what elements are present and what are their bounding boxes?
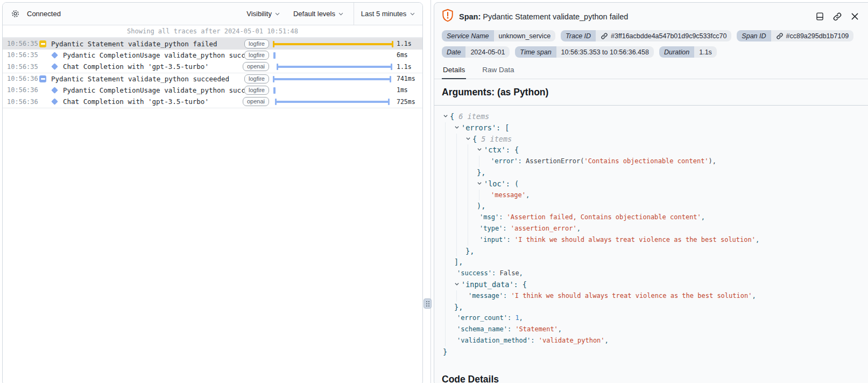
code-key: 'error_count'	[457, 314, 507, 322]
chevron-down-icon	[274, 11, 280, 17]
trace-row[interactable]: 10:56:35Pydantic Statement validate_pyth…	[3, 38, 422, 50]
trace-timestamp: 10:56:35	[7, 51, 37, 59]
indent-guide	[445, 312, 446, 324]
code-key: :	[503, 292, 511, 300]
collapse-toggle-icon[interactable]	[39, 40, 46, 47]
tab-details[interactable]: Details	[442, 62, 466, 79]
indent-guide	[445, 290, 446, 302]
collapse-chevron-icon[interactable]	[477, 144, 484, 156]
scope-tag: logfire	[244, 39, 269, 48]
collapse-chevron-icon[interactable]	[454, 279, 461, 290]
toggle-panel-icon[interactable]	[815, 12, 824, 21]
traces-status-line: Showing all traces after 2024-05-01 10:5…	[3, 25, 422, 38]
code-key: ),	[477, 201, 485, 210]
code-line: 'msg': 'Assertion failed, Contains objec…	[434, 212, 868, 223]
trace-duration: 1.1s	[397, 63, 422, 71]
close-icon[interactable]	[850, 12, 859, 21]
span-diamond-icon	[51, 87, 58, 94]
code-line: 'message': 'I think we should always tre…	[434, 290, 868, 302]
code-line: 'schema_name': 'Statement',	[434, 324, 868, 335]
indent-guide	[456, 290, 457, 302]
trace-list: 10:56:35Pydantic Statement validate_pyth…	[3, 38, 422, 108]
trace-title: Pydantic CompletionUsage validate_python…	[63, 86, 244, 94]
link-icon	[776, 32, 784, 40]
code-key: },	[465, 247, 474, 255]
collapse-chevron-icon[interactable]	[477, 178, 484, 190]
arguments-code-tree: { 6 items'errors': [{ 5 items'ctx': {'er…	[434, 105, 868, 364]
code-key: }	[443, 347, 447, 356]
code-key: ,	[519, 269, 523, 277]
trace-duration: 1.1s	[397, 40, 422, 47]
meta-badge: Trace ID#3ff16acbdde4a547b01d9c9c533fcc7…	[561, 30, 731, 41]
meta-badge-label: Trace ID	[561, 30, 596, 41]
code-key: :	[503, 225, 510, 232]
meta-badge-value: 10:56:35.353 to 10:56:36.458	[556, 46, 654, 58]
code-key: },	[477, 168, 485, 177]
trace-list-panel: Connected Visibility Default levels Last…	[2, 2, 423, 383]
span-detail-panel: Span: Pydantic Statement validate_python…	[434, 2, 868, 383]
tab-raw-data[interactable]: Raw Data	[481, 62, 515, 79]
duration-bar	[273, 87, 276, 94]
indent-guide	[445, 178, 446, 190]
code-string: 'message'	[491, 191, 526, 199]
code-line: ],	[434, 256, 868, 268]
trace-title: Chat Completion with 'gpt-3.5-turbo'	[63, 98, 243, 106]
indent-guide	[445, 134, 446, 145]
code-key: :	[492, 269, 499, 277]
indent-guide	[468, 167, 468, 178]
trace-row[interactable]: 10:56:36Pydantic Statement validate_pyth…	[3, 73, 422, 85]
indent-guide	[445, 190, 446, 201]
trace-timestamp: 10:56:36	[7, 75, 37, 82]
span-diamond-icon	[51, 63, 58, 70]
time-range-dropdown[interactable]: Last 5 minutes	[354, 3, 422, 25]
indent-guide	[445, 268, 446, 279]
panel-resize-handle[interactable]	[424, 298, 432, 309]
indent-guide	[445, 212, 446, 223]
panel-divider[interactable]	[431, 0, 431, 383]
indent-guide	[456, 223, 457, 234]
collapse-chevron-icon[interactable]	[454, 122, 461, 134]
trace-row[interactable]: 10:56:35Pydantic CompletionUsage validat…	[3, 50, 422, 61]
code-key: 'ctx'	[484, 145, 506, 154]
indent-guide	[468, 223, 468, 234]
trace-toolbar: Connected Visibility Default levels Last…	[3, 3, 422, 25]
code-key: ],	[454, 257, 463, 266]
meta-badge: Service Nameunknown_service	[442, 30, 555, 41]
code-key: :	[518, 157, 526, 165]
indent-guide	[445, 246, 446, 257]
code-string: 'validate_python'	[539, 337, 605, 344]
trace-row[interactable]: 10:56:35Chat Completion with 'gpt-3.5-tu…	[3, 61, 422, 73]
code-key: {	[472, 135, 481, 143]
indent-guide	[456, 134, 457, 145]
code-details-heading: Code Details	[434, 364, 868, 383]
indent-guide	[456, 246, 457, 257]
code-line: }	[434, 346, 868, 358]
collapse-toggle-icon[interactable]	[39, 75, 46, 82]
collapse-chevron-icon[interactable]	[443, 111, 450, 122]
code-key: },	[454, 303, 463, 311]
indent-guide	[468, 178, 468, 190]
meta-badge-value[interactable]: #3ff16acbdde4a547b01d9c9c533fcc70	[596, 30, 731, 41]
trace-row[interactable]: 10:56:36Pydantic CompletionUsage validat…	[3, 84, 422, 96]
visibility-dropdown[interactable]: Visibility	[246, 10, 280, 18]
default-levels-dropdown[interactable]: Default levels	[293, 10, 344, 18]
trace-title: Pydantic CompletionUsage validate_python…	[63, 51, 244, 59]
indent-guide	[456, 167, 457, 178]
meta-badge-value[interactable]: #cc89a295db1b7109	[771, 30, 854, 41]
collapse-chevron-icon[interactable]	[465, 134, 472, 145]
code-key: {	[450, 112, 458, 121]
code-line: 'error_count': 1,	[434, 312, 868, 324]
indent-guide	[445, 234, 446, 246]
indent-guide	[479, 190, 479, 201]
indent-guide	[445, 223, 446, 234]
duration-bar	[273, 52, 276, 59]
span-kind-label: Span:	[459, 12, 481, 21]
indent-guide	[445, 335, 446, 346]
code-key: 'type'	[479, 225, 503, 232]
code-line: 'loc': (	[434, 178, 868, 190]
meta-badge-value-text: 2024-05-01	[470, 48, 505, 56]
trace-timestamp: 10:56:36	[7, 86, 37, 94]
trace-row[interactable]: 10:56:36Chat Completion with 'gpt-3.5-tu…	[3, 96, 422, 108]
settings-gear-icon[interactable]	[11, 9, 20, 18]
copy-link-icon[interactable]	[832, 12, 842, 22]
